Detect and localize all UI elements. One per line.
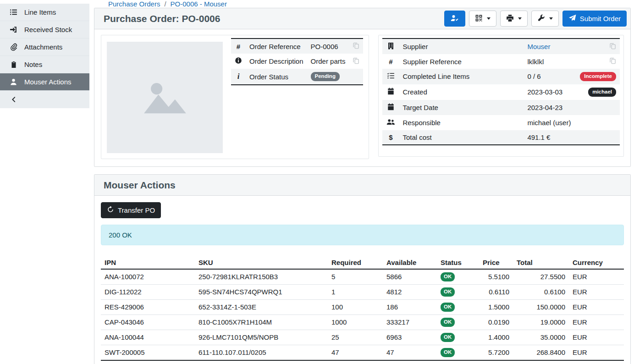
sidebar-item-attachments[interactable]: Attachments: [0, 39, 89, 56]
detail-label: Supplier: [399, 39, 524, 54]
column-header-status: Status: [437, 256, 479, 269]
sidebar-item-notes[interactable]: Notes: [0, 56, 89, 73]
sidebar-item-label: Received Stock: [24, 26, 72, 33]
sidebar-item-label: Attachments: [24, 43, 62, 51]
order-image-placeholder: [107, 42, 223, 153]
detail-value: 2023-03-03: [524, 84, 576, 100]
barcode-actions-button[interactable]: [469, 11, 496, 27]
cell-required: 1000: [328, 314, 383, 330]
table-row: Target Date 2023-04-23: [382, 100, 620, 115]
chevron-down-icon: [518, 17, 522, 20]
status-alert-text: 200 OK: [109, 231, 132, 239]
cell-sku: 652-3314Z-1-503E: [195, 299, 328, 314]
hash-icon: #: [237, 43, 240, 50]
cell-available: 186: [383, 299, 437, 314]
cell-sku: 611-110.107.011/0205: [195, 345, 328, 360]
cell-ipn: ANA-100044: [101, 330, 195, 345]
main-area: Purchase Orders / PO-0006 - Mouser Purch…: [89, 0, 634, 364]
cell-ipn: DIG-112022: [101, 284, 195, 299]
copy-icon[interactable]: [609, 43, 616, 51]
table-row: # Order Reference PO-0006: [231, 39, 363, 54]
column-header-available: Available: [383, 256, 437, 269]
chevron-down-icon: [487, 17, 491, 20]
print-actions-button[interactable]: [500, 11, 528, 27]
incomplete-badge: Incomplete: [580, 72, 616, 81]
copy-icon[interactable]: [353, 43, 359, 50]
submit-order-button[interactable]: Submit Order: [562, 11, 627, 27]
sidebar-item-line-items[interactable]: Line Items: [0, 4, 89, 21]
order-details-box: # Order Reference PO-0006: [101, 35, 369, 159]
footer-total-label: Total: [101, 360, 195, 364]
note-icon: [9, 61, 18, 68]
supplier-details-table: Supplier Mouser # Supplier Re: [382, 38, 620, 145]
table-row: RES-429006 652-3314Z-1-503E 100 186 OK 1…: [101, 299, 624, 314]
column-header-required: Required: [328, 256, 383, 269]
calendar-icon: [387, 88, 394, 96]
chevron-down-icon: [549, 17, 553, 20]
app-root: Line Items Received Stock Attachments No…: [0, 0, 634, 364]
mouser-actions-title: Mouser Actions: [104, 180, 176, 191]
printer-icon: [506, 14, 514, 23]
page-title: Purchase Order: PO-0006: [104, 13, 220, 24]
table-row: $ Total cost 491.1 €: [382, 130, 620, 145]
copy-icon[interactable]: [609, 58, 616, 66]
breadcrumb-purchase-orders[interactable]: Purchase Orders: [108, 0, 160, 8]
table-row: Supplier Mouser: [382, 39, 620, 54]
list-icon: [9, 8, 18, 16]
cell-price: 0.6110: [479, 284, 513, 299]
sidebar-collapse-button[interactable]: [0, 91, 89, 108]
mouser-actions-panel: Mouser Actions Transfer PO 200 OK: [94, 174, 631, 364]
cell-currency: EUR: [569, 299, 624, 314]
status-badge-ok: OK: [441, 287, 455, 297]
breadcrumb-current[interactable]: PO-0006 - Mouser: [171, 0, 227, 8]
table-header-row: IPN SKU Required Available Status Price …: [101, 256, 624, 269]
cell-required: 25: [328, 330, 383, 345]
breadcrumb-separator: /: [164, 0, 166, 8]
list-check-icon: [387, 73, 395, 81]
header-actions: Submit Order: [444, 11, 628, 27]
table-row: Created 2023-03-03 michael: [382, 84, 620, 100]
user-check-icon: [450, 14, 459, 23]
supplier-link[interactable]: Mouser: [527, 43, 550, 50]
cell-price: 5.5100: [479, 269, 513, 284]
sidebar-item-label: Mouser Actions: [24, 78, 72, 86]
cell-available: 333217: [383, 314, 437, 330]
transfer-po-button[interactable]: Transfer PO: [101, 202, 161, 218]
cell-available: 4812: [383, 284, 437, 299]
detail-value: 0 / 6: [524, 69, 576, 84]
table-row: Responsible michael (user): [382, 115, 620, 130]
column-header-price: Price: [479, 256, 513, 269]
mouser-actions-panel-header: Mouser Actions: [94, 175, 630, 196]
detail-label: Order Status: [246, 69, 307, 85]
cell-price: 1.5000: [479, 299, 513, 314]
assign-user-button[interactable]: [444, 11, 465, 27]
status-badge-ok: OK: [441, 348, 455, 357]
cell-available: 5866: [383, 269, 437, 284]
sidebar-item-received-stock[interactable]: Received Stock: [0, 21, 89, 39]
paperclip-icon: [9, 43, 18, 51]
sidebar-item-mouser-actions[interactable]: Mouser Actions: [0, 73, 89, 91]
status-badge-ok: OK: [441, 303, 455, 312]
cell-sku: 926-LMC7101QM5/NOPB: [195, 330, 328, 345]
cell-total: 19.0000: [513, 314, 569, 330]
detail-label: Order Description: [246, 54, 307, 69]
column-header-currency: Currency: [569, 256, 624, 269]
order-actions-button[interactable]: [531, 11, 559, 27]
detail-value: PO-0006: [307, 39, 349, 54]
table-row: Order Description Order parts: [231, 54, 363, 69]
cell-ipn: RES-429006: [101, 299, 195, 314]
cell-ipn: CAP-043046: [101, 314, 195, 330]
cell-currency: EUR: [569, 269, 624, 284]
cell-sku: 595-SN74HCS74QPWRQ1: [195, 284, 328, 299]
detail-value: 2023-04-23: [524, 100, 576, 115]
detail-value: 491.1 €: [524, 130, 576, 145]
transfer-po-label: Transfer PO: [118, 206, 155, 214]
table-row: # Supplier Reference lklklkl: [382, 54, 620, 69]
cell-ipn: ANA-100072: [101, 269, 195, 284]
detail-label: Target Date: [399, 100, 524, 115]
column-header-total: Total: [513, 256, 569, 269]
cell-currency: EUR: [569, 314, 624, 330]
table-row: SWT-200005 611-110.107.011/0205 47 47 OK…: [101, 345, 624, 360]
copy-icon[interactable]: [353, 58, 359, 66]
submit-order-label: Submit Order: [580, 15, 621, 22]
